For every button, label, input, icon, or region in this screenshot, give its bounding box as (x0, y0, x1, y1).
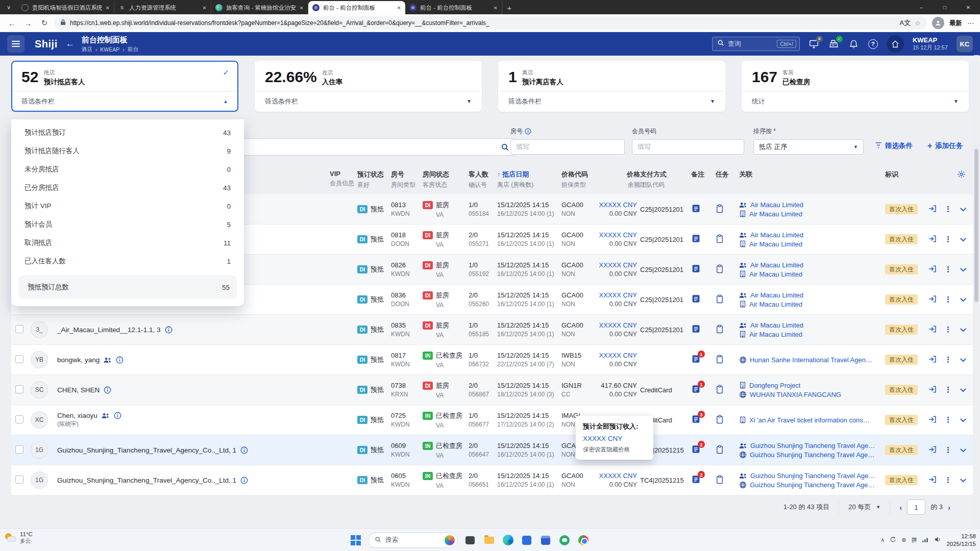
more-actions-icon[interactable]: ⋮ (944, 415, 952, 424)
row-checkbox[interactable] (15, 385, 23, 393)
info-icon[interactable] (525, 128, 531, 135)
card-footer-toggle[interactable]: 筛选条件栏▼ (499, 91, 724, 111)
check-in-icon[interactable] (928, 325, 937, 335)
table-row[interactable]: SCCHEN, SHENDI预抵0738KRXNDI脏房VA2/00568671… (11, 375, 973, 405)
tray-plus-icon[interactable]: ⊕ (901, 537, 906, 543)
network-icon[interactable] (922, 536, 929, 545)
check-in-icon[interactable] (928, 445, 937, 455)
linked-profile[interactable]: Guizhou Shunjing Tiancheng Travel Age… (739, 451, 880, 459)
info-icon[interactable] (240, 446, 248, 454)
price-link[interactable]: XXXXX CNY (593, 352, 637, 359)
filter-conditions-button[interactable]: 筛选条件 (875, 141, 913, 151)
column-header[interactable]: 房号房间类型 (391, 170, 423, 189)
note-icon[interactable]: 2 (691, 474, 701, 484)
browser-tab[interactable]: 前台 - 前台控制面板✕ (405, 1, 502, 14)
linked-profile[interactable]: Air Macau Limited (739, 201, 880, 209)
more-actions-icon[interactable]: ⋮ (944, 475, 952, 485)
linked-profile[interactable]: WUHAN TIANXIA FANGCANG (739, 391, 880, 398)
dropdown-item[interactable]: 预计抵店预订43 (11, 123, 244, 142)
breadcrumb-hotel[interactable]: 酒店 (82, 46, 92, 53)
taskbar-search-input[interactable]: 搜索 (368, 533, 458, 548)
price-link[interactable]: XXXXX CNY (593, 261, 637, 269)
expand-row-icon[interactable] (960, 386, 967, 394)
url-field[interactable]: https://cn1.web.ep.shiji.world/individua… (54, 16, 927, 30)
column-header[interactable]: 价格代码担保类型 (561, 170, 593, 189)
check-in-icon[interactable] (928, 295, 937, 305)
ime-indicator[interactable]: 拼 (911, 536, 917, 544)
expand-row-icon[interactable] (960, 446, 967, 454)
task-clipboard-icon[interactable] (716, 355, 724, 364)
browser-tab[interactable]: S人力资源管理系统✕ (114, 1, 211, 14)
task-clipboard-icon[interactable] (716, 415, 724, 424)
task-clipboard-icon[interactable] (716, 475, 724, 484)
column-header[interactable]: 支付方式团队代码 (640, 170, 691, 189)
browser-tab[interactable]: 旅客查询 - 紫楠旅馆业治安信息管✕ (211, 1, 308, 14)
task-clipboard-icon[interactable] (716, 385, 724, 394)
browser-tab[interactable]: 贵阳机场智选假日酒店系统网址导✕ (17, 1, 114, 14)
start-button[interactable] (349, 534, 362, 547)
linked-profile[interactable]: Air Macau Limited (739, 331, 880, 338)
task-clipboard-icon[interactable] (716, 294, 724, 304)
expand-row-icon[interactable] (960, 416, 967, 424)
linked-profile[interactable]: Dongfeng Project (739, 382, 880, 389)
refresh-icon[interactable]: ↻ (38, 16, 51, 30)
task-clipboard-icon[interactable] (716, 204, 724, 213)
home-icon[interactable] (887, 35, 904, 53)
info-icon[interactable] (240, 477, 248, 484)
scrollbar-thumb[interactable] (974, 149, 978, 302)
column-header[interactable]: 客人数确认号 (469, 170, 497, 189)
task-view-icon[interactable] (463, 534, 477, 547)
more-actions-icon[interactable]: ⋮ (944, 325, 952, 334)
row-checkbox[interactable] (15, 355, 23, 363)
dropdown-item[interactable]: 预计 VIP0 (11, 197, 244, 215)
note-icon[interactable]: 1 (691, 384, 701, 394)
note-icon[interactable] (691, 324, 701, 334)
new-tab-button[interactable]: + (502, 1, 517, 14)
forward-icon[interactable]: → (21, 16, 35, 30)
tab-close-icon[interactable]: ✕ (203, 5, 207, 11)
tab-close-icon[interactable]: ✕ (106, 5, 110, 11)
column-header[interactable]: 价格余额 (593, 170, 640, 189)
linked-profile[interactable]: Xi 'an Air Travel ticket information con… (739, 416, 880, 424)
check-in-icon[interactable] (928, 205, 937, 214)
note-icon[interactable] (691, 234, 701, 243)
expand-row-icon[interactable] (960, 236, 967, 243)
column-header[interactable]: 房间状态客房状态 (423, 170, 469, 189)
linked-profile[interactable]: Air Macau Limited (739, 300, 880, 308)
column-header[interactable]: VIP会员信息 (330, 170, 357, 188)
stat-card[interactable]: 52抵店预计抵店客人✓筛选条件栏▲ (11, 61, 238, 112)
table-row[interactable]: YBbongwk, yangDI预抵0817KWDNIN已检查房VA1/0056… (11, 345, 973, 375)
more-actions-icon[interactable]: ⋮ (944, 295, 952, 304)
card-footer-toggle[interactable]: 筛选条件栏▼ (256, 91, 481, 111)
check-in-icon[interactable] (928, 265, 937, 274)
price-link[interactable]: XXXXX CNY (593, 201, 637, 209)
dropdown-item[interactable]: 未分房抵店0 (11, 160, 244, 179)
linked-profile[interactable]: Air Macau Limited (739, 261, 880, 269)
breadcrumb-property[interactable]: KWEAP (100, 46, 119, 53)
tab-close-icon[interactable]: ✕ (300, 5, 304, 11)
file-explorer-icon[interactable] (482, 534, 496, 547)
linked-profile[interactable]: Air Macau Limited (739, 231, 880, 239)
row-checkbox[interactable] (15, 445, 23, 454)
info-icon[interactable] (116, 356, 124, 364)
tab-close-icon[interactable]: ✕ (494, 5, 498, 11)
stat-card[interactable]: 1离店预计离店客人筛选条件栏▼ (498, 61, 725, 112)
column-header[interactable]: ↑ 抵店日期离店 (房晚数) (497, 170, 561, 189)
per-page-select[interactable]: 20 每页▼ (839, 499, 890, 515)
chrome-icon[interactable] (577, 534, 590, 547)
browser-menu-icon[interactable]: ⋯ (967, 19, 975, 27)
price-link[interactable]: XXXXX CNY (593, 231, 637, 239)
window-minimize-button[interactable]: – (910, 0, 933, 14)
note-icon[interactable] (691, 204, 701, 213)
linked-profile[interactable]: Guizhou Shunjing Tiancheng Travel Age… (739, 442, 880, 449)
note-icon[interactable] (691, 264, 701, 273)
dropdown-item[interactable]: 预计会员5 (11, 215, 244, 234)
browser-profile-avatar[interactable] (932, 17, 944, 29)
workstation-icon[interactable]: ✕ (808, 38, 820, 49)
linked-profile[interactable]: Air Macau Limited (739, 240, 880, 248)
more-actions-icon[interactable]: ⋮ (944, 235, 952, 244)
window-maximize-button[interactable]: □ (933, 0, 957, 14)
note-icon[interactable] (691, 294, 701, 304)
price-link[interactable]: XXXXX CNY (593, 291, 637, 299)
price-link[interactable]: XXXXX CNY (593, 472, 637, 480)
